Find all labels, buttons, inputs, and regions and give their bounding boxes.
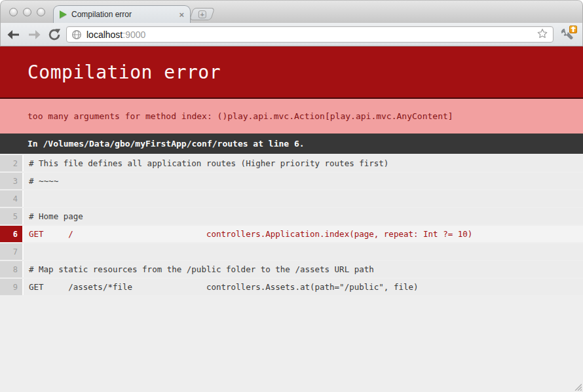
plus-icon: +	[198, 10, 206, 18]
new-tab-button[interactable]: +	[189, 8, 215, 20]
update-arrow-badge	[569, 26, 577, 33]
line-number: 7	[0, 243, 24, 260]
window-minimize-button[interactable]	[23, 8, 31, 16]
url-port: :9000	[122, 29, 145, 40]
error-message: too many arguments for method index: ()p…	[28, 111, 453, 121]
browser-window: Compilation error × +	[0, 0, 583, 392]
globe-icon	[71, 29, 82, 40]
line-number: 8	[0, 261, 24, 277]
line-content: GET /assets/*file controllers.Assets.at(…	[24, 279, 583, 295]
error-header: Compilation error	[0, 46, 583, 99]
line-number: 4	[0, 190, 24, 207]
window-close-button[interactable]	[9, 8, 18, 16]
line-content: # Map static resources from the /public …	[24, 261, 583, 277]
code-line-row: 4	[0, 190, 583, 207]
bookmark-star-button[interactable]	[536, 27, 548, 42]
line-content	[24, 243, 583, 260]
browser-tab[interactable]: Compilation error ×	[53, 5, 191, 23]
line-content: GET / controllers.Application.index(page…	[24, 226, 583, 242]
tab-title: Compilation error	[71, 10, 174, 19]
code-line-row: 6 GET / controllers.Application.index(pa…	[0, 226, 583, 242]
reload-icon	[47, 27, 62, 42]
code-line-row: 8 # Map static resources from the /publi…	[0, 261, 583, 277]
line-number: 2	[0, 155, 24, 171]
address-bar[interactable]: localhost:9000	[66, 26, 554, 43]
toolbar: localhost:9000	[0, 23, 583, 46]
resize-grip[interactable]	[573, 382, 582, 391]
line-content: # Home page	[24, 208, 583, 224]
back-button[interactable]	[5, 26, 22, 43]
line-content: # ~~~~	[24, 173, 583, 189]
error-message-bar: too many arguments for method index: ()p…	[0, 99, 583, 134]
code-line-row: 2 # This file defines all application ro…	[0, 155, 583, 171]
line-number: 5	[0, 208, 24, 224]
tab-close-icon[interactable]: ×	[179, 10, 184, 19]
titlebar: Compilation error × +	[0, 0, 583, 23]
window-controls	[9, 8, 45, 16]
back-arrow-icon	[7, 27, 21, 42]
line-number: 6	[0, 226, 24, 242]
star-icon	[536, 27, 548, 39]
page-content: Compilation error too many arguments for…	[0, 46, 583, 295]
window-zoom-button[interactable]	[37, 8, 45, 16]
error-location: In /Volumes/Data/gbo/myFirstApp/conf/rou…	[28, 139, 305, 149]
line-number: 3	[0, 173, 24, 189]
line-content	[24, 190, 583, 207]
page-title: Compilation error	[28, 62, 221, 83]
url-host: localhost	[86, 29, 122, 40]
error-location-bar: In /Volumes/Data/gbo/myFirstApp/conf/rou…	[0, 134, 583, 154]
line-content: # This file defines all application rout…	[24, 155, 583, 171]
reload-button[interactable]	[46, 26, 63, 43]
line-number: 9	[0, 279, 24, 295]
code-line-row: 3 # ~~~~	[0, 173, 583, 189]
code-line-row: 9 GET /assets/*file controllers.Assets.a…	[0, 279, 583, 295]
chrome-menu-button[interactable]	[557, 26, 578, 44]
code-listing: 2 # This file defines all application ro…	[0, 155, 583, 295]
forward-button[interactable]	[26, 26, 43, 43]
forward-arrow-icon	[27, 27, 41, 42]
play-framework-icon	[60, 10, 67, 18]
url-text: localhost:9000	[86, 29, 145, 40]
code-line-row: 5 # Home page	[0, 208, 583, 224]
code-line-row: 7	[0, 243, 583, 260]
